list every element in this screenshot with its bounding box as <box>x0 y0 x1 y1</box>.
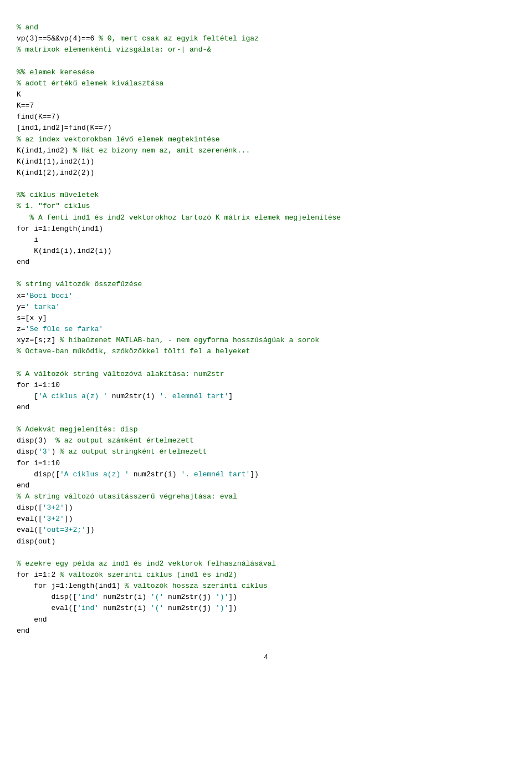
line-28: z='Se füle se farka' <box>17 325 103 333</box>
line-17: % 1. "for" ciklus <box>17 202 90 210</box>
line-29: xyz=[s;z] % hibaüzenet MATLAB-ban, - nem… <box>17 336 319 344</box>
line-11: % az index vektorokban lévő elemek megte… <box>17 135 220 144</box>
line-34: ['A ciklus a(z) ' num2str(i) '. elemnél … <box>17 392 233 400</box>
line-53: eval(['ind' num2str(i) '(' num2str(j) ')… <box>17 604 237 612</box>
line-12: K(ind1,ind2) % Hát ez bizony nem az, ami… <box>17 146 250 155</box>
code-content: % and vp(3)==5&&vp(4)==6 % 0, mert csak … <box>17 11 515 637</box>
line-14: K(ind1(2),ind2(2)) <box>17 169 94 177</box>
line-30: % Octave-ban működik, szóközökkel tölti … <box>17 347 250 355</box>
line-5: %% elemek keresése <box>17 68 94 77</box>
line-46: eval(['out=3+2;']) <box>17 526 94 534</box>
line-39: disp('3') % az output stringként értelme… <box>17 448 207 456</box>
line-3: % matrixok elemenkénti vizsgálata: or-| … <box>17 45 211 54</box>
line-1: % and <box>17 23 38 32</box>
line-33: for i=1:10 <box>17 381 60 389</box>
line-42: end <box>17 481 29 490</box>
line-40: for i=1:10 <box>17 459 60 467</box>
page-number: 4 <box>17 653 515 662</box>
line-35: end <box>17 403 29 411</box>
line-27: s=[x y] <box>17 314 47 322</box>
line-45: eval(['3+2']) <box>17 515 73 523</box>
line-52: disp(['ind' num2str(i) '(' num2str(j) ')… <box>17 593 237 601</box>
line-10: [ind1,ind2]=find(K==7) <box>17 124 112 132</box>
line-19: for i=1:length(ind1) <box>17 225 103 233</box>
line-49: % ezekre egy példa az ind1 és ind2 vekto… <box>17 560 276 568</box>
line-43: % A string változó utasításszerű végreha… <box>17 492 237 501</box>
line-13: K(ind1(1),ind2(1)) <box>17 157 94 166</box>
line-2: vp(3)==5&&vp(4)==6 % 0, mert csak az egy… <box>17 34 259 43</box>
line-32: % A változók string változóvá alakítása:… <box>17 370 224 378</box>
line-21: K(ind1(i),ind2(i)) <box>17 247 112 255</box>
line-22: end <box>17 258 29 266</box>
line-7: K <box>17 90 21 99</box>
line-41: disp(['A ciklus a(z) ' num2str(i) '. ele… <box>17 470 259 479</box>
line-24: % string változók összefűzése <box>17 280 142 288</box>
line-20: i <box>17 236 38 244</box>
line-55: end <box>17 627 29 635</box>
line-8: K==7 <box>17 101 34 110</box>
line-47: disp(out) <box>17 537 55 546</box>
line-25: x='Boci boci' <box>17 292 73 300</box>
line-38: disp(3) % az output számként értelmezett <box>17 436 194 445</box>
line-26: y=' tarka' <box>17 303 60 311</box>
line-44: disp(['3+2']) <box>17 504 73 512</box>
line-54: end <box>17 616 47 624</box>
line-50: for i=1:2 % változók szerinti ciklus (in… <box>17 571 237 579</box>
line-6: % adott értékű elemek kiválasztása <box>17 79 163 88</box>
line-51: for j=1:length(ind1) % változók hossza s… <box>17 582 268 590</box>
line-37: % Adekvát megjelenítés: disp <box>17 425 137 434</box>
line-9: find(K==7) <box>17 113 60 121</box>
line-18: % A fenti ind1 és ind2 vektorokhoz tarto… <box>17 213 341 222</box>
line-16: %% ciklus műveletek <box>17 191 99 199</box>
